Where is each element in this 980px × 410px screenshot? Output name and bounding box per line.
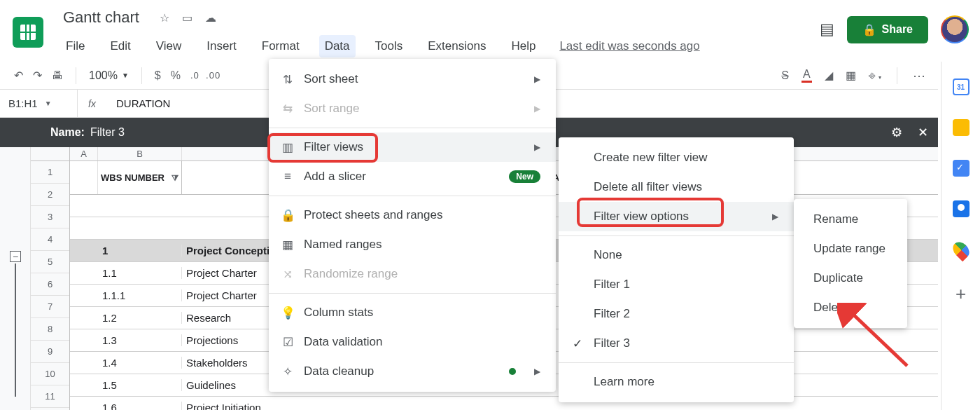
row-number[interactable]: 8	[31, 318, 69, 341]
format-currency[interactable]: $	[155, 69, 161, 82]
close-filter-view-icon[interactable]: ✕	[918, 125, 928, 140]
redo-icon[interactable]: ↷	[33, 69, 42, 82]
menu-protect[interactable]: 🔒 Protect sheets and ranges	[269, 200, 556, 230]
menu-file[interactable]: File	[60, 35, 90, 57]
menu-edit[interactable]: Edit	[104, 35, 136, 57]
last-edit-link[interactable]: Last edit was seconds ago	[559, 39, 699, 53]
contacts-addon-icon[interactable]	[953, 200, 969, 217]
document-title[interactable]: Gantt chart	[63, 8, 139, 27]
star-icon[interactable]: ☆	[160, 11, 169, 25]
cell[interactable]: 1.5	[98, 379, 182, 391]
cell[interactable]: Project Initiation	[182, 402, 938, 410]
name-box-value: B1:H1	[8, 97, 38, 109]
undo-icon[interactable]: ↶	[14, 69, 23, 82]
column-header[interactable]: A	[70, 147, 98, 160]
text-color-icon[interactable]: A	[802, 68, 812, 83]
submenu-learn-more[interactable]: Learn more	[559, 367, 794, 397]
cell[interactable]: 1.4	[98, 357, 182, 369]
menu-column-stats[interactable]: 💡 Column stats	[269, 298, 556, 327]
menu-label: Duplicate	[813, 271, 863, 285]
submenu-filter-item[interactable]: ✓ Filter 3	[559, 329, 794, 358]
menu-extensions[interactable]: Extensions	[422, 35, 491, 57]
row-number[interactable]: 5	[31, 251, 69, 273]
menu-add-slicer[interactable]: ≡ Add a slicer New	[269, 162, 556, 191]
submenu-filter-item[interactable]: Filter 2	[559, 299, 794, 329]
strikethrough-icon[interactable]: S	[781, 69, 789, 82]
named-ranges-icon: ▦	[280, 238, 295, 252]
menu-label: Sort sheet	[304, 72, 358, 86]
maps-addon-icon[interactable]	[949, 239, 972, 262]
cell[interactable]: 1.2	[98, 312, 182, 324]
calendar-addon-icon[interactable]: 31	[953, 78, 969, 95]
tasks-addon-icon[interactable]	[953, 160, 969, 177]
share-button[interactable]: 🔒 Share	[847, 16, 928, 43]
fx-icon: fx	[77, 90, 106, 117]
menu-label: Filter views	[304, 140, 363, 154]
toolbar-overflow-icon[interactable]: ⋯	[913, 68, 927, 83]
submenu-filter-none[interactable]: None	[559, 240, 794, 270]
cell[interactable]: 1.1	[98, 267, 182, 279]
keep-addon-icon[interactable]	[953, 119, 969, 136]
status-dot-icon	[509, 368, 516, 375]
row-number[interactable]: 3	[31, 206, 69, 228]
print-icon[interactable]: 🖶	[52, 69, 63, 82]
menu-filter-views[interactable]: ▥ Filter views ▶	[269, 132, 556, 162]
move-icon[interactable]: ▭	[182, 11, 192, 25]
row-number[interactable]: 4	[31, 228, 69, 251]
menu-label: Named ranges	[304, 238, 382, 252]
menu-sort-sheet[interactable]: ⇅ Sort sheet ▶	[269, 64, 556, 94]
row-group-collapse-icon[interactable]: −	[10, 251, 21, 262]
gear-icon[interactable]: ⚙	[891, 125, 902, 140]
option-rename[interactable]: Rename	[794, 205, 907, 234]
menu-named-ranges[interactable]: ▦ Named ranges	[269, 230, 556, 259]
row-number[interactable]: 1	[31, 161, 69, 184]
cell[interactable]: 1	[98, 245, 182, 257]
filter-view-name-value[interactable]: Filter 3	[90, 126, 125, 139]
filter-icon[interactable]: ⧩	[172, 173, 178, 183]
fill-color-icon[interactable]: ◢	[825, 69, 833, 82]
borders-icon[interactable]: ▦	[846, 69, 856, 82]
option-duplicate[interactable]: Duplicate	[794, 264, 907, 293]
menu-data-cleanup[interactable]: ✧ Data cleanup ▶	[269, 357, 556, 386]
merge-cells-icon[interactable]: ⎆ ▾	[869, 69, 881, 82]
menu-help[interactable]: Help	[505, 35, 541, 57]
submenu-delete-all-filter-views[interactable]: Delete all filter views	[559, 172, 794, 202]
menu-view[interactable]: View	[150, 35, 188, 57]
row-group-gutter: −	[0, 147, 31, 410]
submenu-arrow-icon: ▶	[534, 142, 540, 152]
submenu-create-filter-view[interactable]: Create new filter view	[559, 143, 794, 172]
row-number[interactable]: 6	[31, 273, 69, 296]
row-number[interactable]: 9	[31, 341, 69, 363]
comments-icon[interactable]: ▤	[820, 20, 834, 39]
format-percent[interactable]: %	[171, 69, 181, 82]
formula-bar[interactable]: DURATION	[106, 97, 170, 109]
menu-insert[interactable]: Insert	[201, 35, 242, 57]
submenu-filter-item[interactable]: Filter 1	[559, 270, 794, 299]
cell[interactable]: 1.1.1	[98, 289, 182, 301]
submenu-filter-view-options[interactable]: Filter view options ▶	[559, 202, 794, 231]
option-update-range[interactable]: Update range	[794, 234, 907, 264]
row-number[interactable]: 11	[31, 385, 69, 408]
column-header[interactable]: B	[98, 147, 182, 160]
row-number[interactable]: 7	[31, 296, 69, 318]
submenu-arrow-icon: ▶	[534, 74, 540, 84]
submenu-arrow-icon: ▶	[772, 212, 778, 221]
addons-plus-icon[interactable]: +	[955, 283, 966, 305]
menu-data-validation[interactable]: ☑ Data validation	[269, 327, 556, 357]
name-box[interactable]: B1:H1 ▼	[0, 97, 77, 109]
menu-format[interactable]: Format	[256, 35, 305, 57]
format-decimals[interactable]: .0 .00	[190, 70, 220, 81]
zoom-select[interactable]: 100% ▼	[89, 69, 129, 82]
menu-data[interactable]: Data	[319, 35, 356, 57]
cell[interactable]: 1.6	[98, 402, 182, 410]
row-number[interactable]: 2	[31, 184, 69, 206]
sheets-app-icon[interactable]	[13, 17, 43, 48]
cell[interactable]: 1.3	[98, 334, 182, 346]
menu-label: Protect sheets and ranges	[304, 208, 442, 222]
svg-line-0	[850, 311, 907, 366]
account-avatar[interactable]	[941, 15, 969, 43]
menu-tools[interactable]: Tools	[370, 35, 409, 57]
row-number[interactable]: 10	[31, 363, 69, 385]
sort-range-icon: ⇆	[280, 102, 295, 116]
menu-label: Create new filter view	[594, 151, 708, 165]
